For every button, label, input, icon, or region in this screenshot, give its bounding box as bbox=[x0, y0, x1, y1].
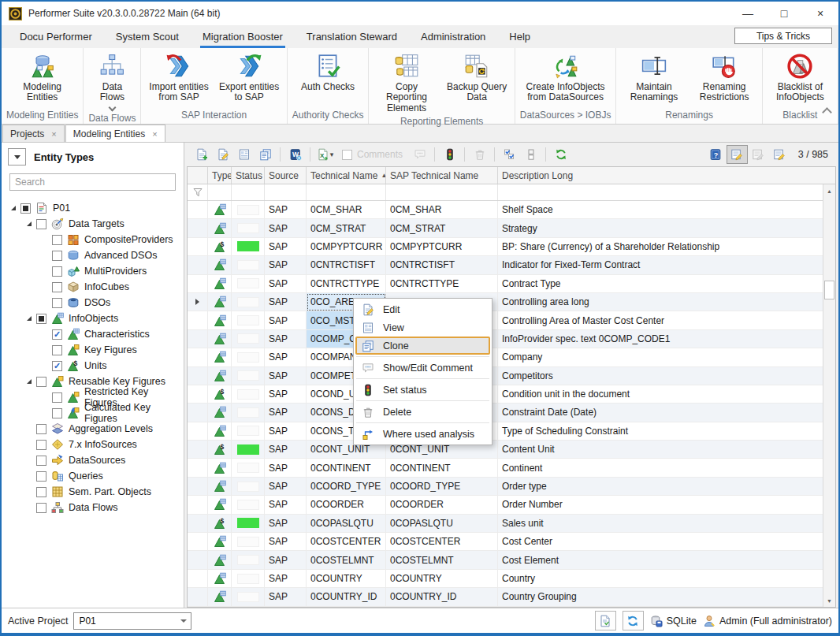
checkbox-unchecked[interactable] bbox=[52, 282, 62, 292]
source-cell[interactable]: SAP bbox=[265, 256, 307, 274]
description-cell[interactable]: Content Unit bbox=[498, 441, 823, 459]
type-cell[interactable] bbox=[208, 293, 232, 311]
table-row[interactable]: SAP0CNTRCTISFT0CNTRCTISFTIndicator for F… bbox=[188, 256, 823, 274]
close-icon[interactable]: × bbox=[51, 129, 56, 139]
status-cell[interactable] bbox=[232, 256, 265, 274]
edit-entity-button[interactable] bbox=[212, 145, 233, 164]
sap-technical-name-cell[interactable]: 0COORD_TYPE bbox=[386, 478, 498, 496]
status-cell[interactable] bbox=[232, 533, 265, 551]
filter-cell[interactable] bbox=[386, 184, 498, 200]
close-button[interactable]: × bbox=[802, 2, 838, 25]
type-cell[interactable] bbox=[208, 570, 232, 588]
table-row[interactable]: $SAP0CONT_UNIT0CONT_UNITContent Unit bbox=[188, 441, 823, 459]
description-cell[interactable]: Constraint Date (Date) bbox=[498, 404, 823, 422]
tree-item-key-figures[interactable]: Key Figures bbox=[6, 342, 184, 358]
filter-row[interactable] bbox=[188, 184, 823, 201]
type-cell[interactable] bbox=[208, 422, 232, 441]
column-header-type[interactable]: Type bbox=[208, 167, 232, 184]
technical-name-cell[interactable]: 0CMPYPTCURR bbox=[307, 238, 386, 256]
close-icon[interactable]: × bbox=[152, 129, 157, 139]
help-button[interactable]: ? bbox=[705, 145, 727, 164]
technical-name-cell[interactable]: 0COORDER bbox=[307, 496, 386, 514]
backup-query-data-button[interactable]: Backup Query Data bbox=[443, 50, 511, 103]
table-row[interactable]: SAP0CM_SHAR0CM_SHARShelf Space bbox=[188, 201, 823, 219]
filter-cell[interactable] bbox=[498, 184, 823, 200]
type-cell[interactable] bbox=[208, 311, 232, 329]
comments-checkbox[interactable]: Comments bbox=[342, 149, 403, 160]
scroll-up-icon[interactable]: ▲ bbox=[823, 184, 835, 197]
source-cell[interactable]: SAP bbox=[265, 496, 307, 514]
sap-technical-name-cell[interactable]: 0CNTRCTISFT bbox=[386, 256, 498, 274]
menu-item-system-scout[interactable]: System Scout bbox=[104, 25, 191, 48]
sap-technical-name-cell[interactable]: 0CM_STRAT bbox=[386, 219, 498, 237]
technical-name-cell[interactable]: 0COSTELMNT bbox=[307, 551, 386, 569]
tree-item-compositeproviders[interactable]: CompositeProviders bbox=[6, 232, 184, 247]
set-status-button[interactable] bbox=[439, 145, 460, 164]
search-input[interactable] bbox=[9, 173, 176, 191]
technical-name-cell[interactable]: 0COSTCENTER bbox=[307, 533, 386, 551]
checkbox-checked[interactable] bbox=[52, 361, 62, 371]
sap-technical-name-cell[interactable]: 0COPASLQTU bbox=[386, 515, 498, 533]
status-cell[interactable] bbox=[232, 311, 265, 329]
technical-name-cell[interactable]: 0COPASLQTU bbox=[307, 515, 386, 533]
status-cell[interactable] bbox=[232, 515, 265, 533]
view-mode-quick-button[interactable] bbox=[769, 145, 790, 164]
clone-entity-button[interactable] bbox=[255, 145, 276, 164]
status-cell[interactable] bbox=[232, 293, 265, 311]
sap-technical-name-cell[interactable]: 0CONTINENT bbox=[386, 459, 498, 477]
tree-item-advanced-dsos[interactable]: Advanced DSOs bbox=[6, 247, 184, 263]
filter-cell[interactable] bbox=[307, 184, 386, 200]
column-header-technical-name[interactable]: Technical Name▲ bbox=[307, 167, 386, 184]
tree-item-7-x-infosources[interactable]: 7.x InfoSources bbox=[6, 437, 184, 452]
source-cell[interactable]: SAP bbox=[265, 201, 307, 219]
description-cell[interactable]: Indicator for Fixed-Term Contract bbox=[498, 256, 823, 274]
status-cell[interactable] bbox=[232, 422, 265, 441]
technical-name-cell[interactable]: 0CM_SHAR bbox=[307, 201, 386, 219]
tree-item-characteristics[interactable]: Characteristics bbox=[6, 326, 184, 342]
filter-funnel-cell[interactable] bbox=[188, 184, 208, 200]
tree-item-datasources[interactable]: DataSources bbox=[6, 452, 184, 468]
description-cell[interactable]: Order type bbox=[498, 478, 823, 496]
column-header-sap-technical-name[interactable]: SAP Technical Name bbox=[386, 167, 498, 184]
source-cell[interactable]: SAP bbox=[265, 404, 307, 422]
tree-item-infocubes[interactable]: InfoCubes bbox=[6, 279, 184, 295]
table-row[interactable]: SAP0COSTCENTER0COSTCENTERCost Center bbox=[188, 533, 823, 551]
description-cell[interactable]: Shelf Space bbox=[498, 201, 823, 219]
filter-cell[interactable] bbox=[232, 184, 265, 200]
type-cell[interactable]: $ bbox=[208, 385, 232, 404]
technical-name-cell[interactable]: 0CM_STRAT bbox=[307, 219, 386, 237]
sap-technical-name-cell[interactable]: 0COSTCENTER bbox=[386, 533, 498, 551]
status-cell[interactable] bbox=[232, 588, 265, 606]
context-menu-item-show-edit-comment[interactable]: Show/Edit Comment bbox=[355, 359, 490, 377]
checkbox-unchecked[interactable] bbox=[36, 377, 46, 387]
table-row[interactable]: $SAP0COND_UNCondition unit in the docume… bbox=[188, 385, 823, 404]
source-cell[interactable]: SAP bbox=[265, 311, 307, 329]
description-cell[interactable]: Country bbox=[498, 570, 823, 588]
status-cell[interactable] bbox=[232, 385, 265, 404]
sync-button[interactable] bbox=[623, 611, 644, 630]
sap-technical-name-cell[interactable]: 0CNTRCTTYPE bbox=[386, 275, 498, 293]
source-cell[interactable]: SAP bbox=[265, 515, 307, 533]
log-button[interactable] bbox=[595, 611, 616, 630]
tree-item-units[interactable]: $Units bbox=[6, 358, 184, 374]
tab-modeling-entities[interactable]: Modeling Entities× bbox=[65, 125, 165, 142]
view-mode-edit-button[interactable] bbox=[727, 145, 748, 164]
table-row[interactable]: $SAP0CMPYPTCURR0CMPYPTCURRBP: Share (Cur… bbox=[188, 238, 823, 256]
refresh-button[interactable] bbox=[550, 145, 571, 164]
tree-item-calculated-key-figures[interactable]: Calculated Key Figures bbox=[6, 405, 184, 421]
expander-icon[interactable] bbox=[22, 379, 36, 384]
status-cell[interactable] bbox=[232, 404, 265, 422]
type-cell[interactable] bbox=[208, 588, 232, 606]
description-cell[interactable]: Continent bbox=[498, 459, 823, 477]
expander-icon[interactable] bbox=[22, 221, 36, 226]
technical-name-cell[interactable]: 0COUNTRY_ID bbox=[307, 588, 386, 606]
source-cell[interactable]: SAP bbox=[265, 275, 307, 293]
status-cell[interactable] bbox=[232, 330, 265, 348]
type-cell[interactable] bbox=[208, 551, 232, 569]
table-row[interactable]: SAP0CO_MST_Controlling Area of Master Co… bbox=[188, 311, 823, 329]
source-cell[interactable]: SAP bbox=[265, 570, 307, 588]
table-row[interactable]: SAP0COORD_TYPE0COORD_TYPEOrder type bbox=[188, 478, 823, 496]
filter-cell[interactable] bbox=[265, 184, 307, 200]
scrollbar-thumb[interactable] bbox=[824, 281, 834, 299]
column-header-source[interactable]: Source bbox=[265, 167, 307, 184]
